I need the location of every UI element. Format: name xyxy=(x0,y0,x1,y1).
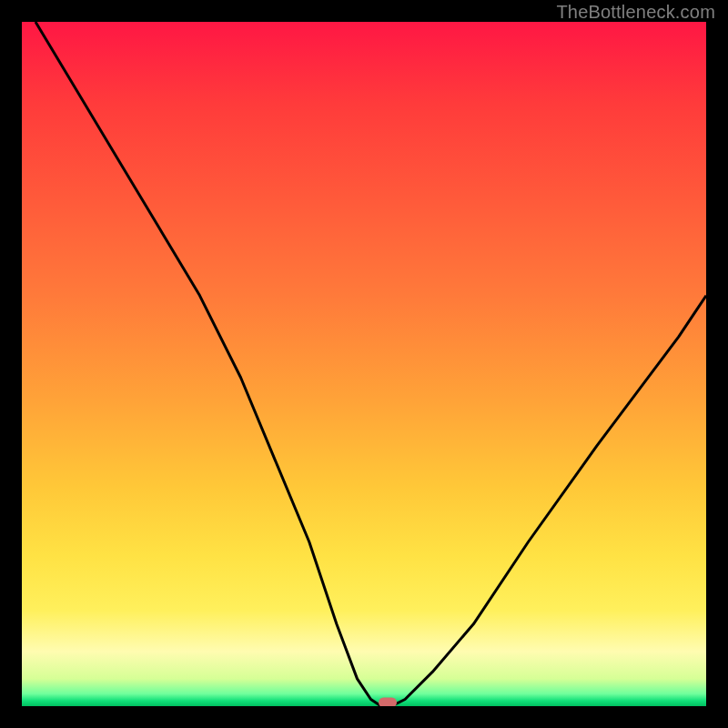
plot-area xyxy=(22,22,706,706)
curve-svg xyxy=(22,22,706,706)
chart-frame: TheBottleneck.com xyxy=(0,0,728,728)
watermark-text: TheBottleneck.com xyxy=(556,2,715,23)
bottleneck-marker xyxy=(379,698,397,706)
bottleneck-curve xyxy=(35,22,706,706)
